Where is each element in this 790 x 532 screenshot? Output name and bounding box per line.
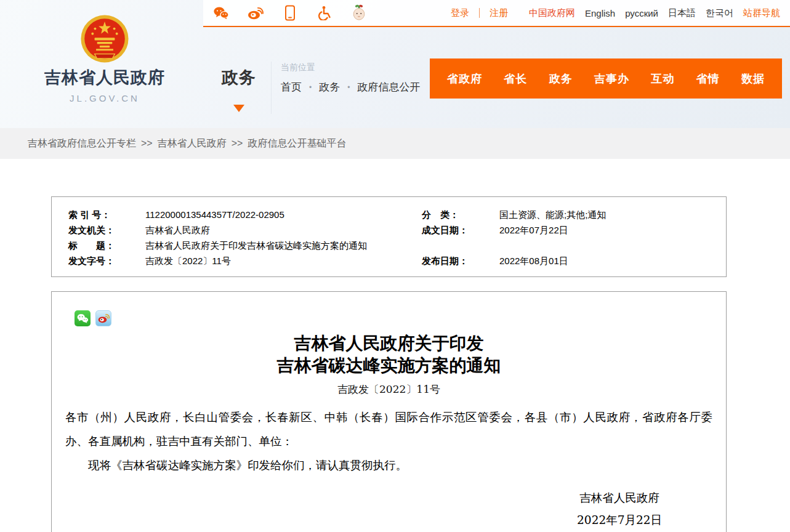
location-breadcrumb: 首页 • 政务 • 政府信息公开	[281, 80, 420, 94]
utility-links: 登录 注册 中国政府网 English русский 日本語 한국어 站群导航	[451, 7, 780, 19]
signature-agency: 吉林省人民政府	[577, 487, 662, 509]
accessibility-icon[interactable]	[316, 5, 333, 21]
nav-interaction[interactable]: 互动	[651, 71, 674, 86]
meta-value-category: 国土资源、能源;其他;通知	[499, 208, 726, 222]
wechat-icon[interactable]	[213, 5, 229, 21]
graybar-separator: >>	[232, 138, 243, 149]
signature-date: 2022年7月22日	[577, 509, 662, 531]
share-weibo-icon[interactable]	[95, 310, 111, 326]
graybar-crumb-3[interactable]: 政府信息公开基础平台	[248, 137, 346, 150]
lang-japanese-link[interactable]: 日本語	[668, 7, 696, 19]
signature-block: 吉林省人民政府 2022年7月22日	[59, 487, 719, 531]
share-buttons	[59, 310, 719, 326]
location-block: 当前位置 首页 • 政务 • 政府信息公开	[281, 62, 420, 94]
nav-governor[interactable]: 省长	[504, 71, 527, 86]
meta-value-publish-date: 2022年08月01日	[499, 254, 726, 268]
breadcrumb-info-disclosure[interactable]: 政府信息公开	[357, 80, 420, 94]
meta-value-issuing-agency: 吉林省人民政府	[145, 223, 422, 238]
document-title-line2: 吉林省碳达峰实施方案的通知	[59, 355, 719, 377]
location-label: 当前位置	[281, 62, 420, 73]
document-title-line1: 吉林省人民政府关于印发	[59, 332, 719, 355]
platform-breadcrumb-bar: 吉林省政府信息公开专栏 >> 吉林省人民政府 >> 政府信息公开基础平台	[0, 128, 790, 159]
meta-label-category: 分 类：	[422, 208, 499, 222]
site-title: 吉林省人民政府	[43, 66, 166, 89]
mascot-icon[interactable]	[351, 5, 367, 21]
meta-label-written-date: 成文日期：	[422, 223, 499, 238]
nav-provincial-government[interactable]: 省政府	[447, 71, 482, 86]
meta-label-doc-number: 发文字号：	[68, 254, 145, 268]
national-emblem-icon	[79, 14, 130, 64]
lang-english-link[interactable]: English	[585, 8, 615, 18]
site-domain: JL.GOV.CN	[43, 93, 166, 103]
meta-value-index: 1122000013544357T/2022-02905	[145, 208, 422, 222]
breadcrumb-home[interactable]: 首页	[281, 80, 302, 94]
login-link[interactable]: 登录	[451, 7, 469, 19]
weibo-icon[interactable]	[248, 5, 264, 21]
current-section: 政务	[220, 66, 257, 112]
meta-label-issuing-agency: 发文机关：	[68, 223, 145, 238]
meta-value-doc-number: 吉政发〔2022〕11号	[145, 254, 422, 268]
graybar-crumb-1[interactable]: 吉林省政府信息公开专栏	[28, 137, 136, 150]
main-content: 索 引 号： 1122000013544357T/2022-02905 分 类：…	[0, 159, 790, 532]
lang-russian-link[interactable]: русский	[625, 8, 658, 18]
document-metadata-box: 索 引 号： 1122000013544357T/2022-02905 分 类：…	[51, 196, 727, 277]
document-body: 各市（州）人民政府，长白山管委会，长春新区、中韩（长春）国际合作示范区管委会，各…	[59, 405, 719, 477]
meta-label-index: 索 引 号：	[68, 208, 145, 222]
nav-jishiban[interactable]: 吉事办	[594, 71, 629, 86]
social-icon-group	[213, 5, 367, 21]
breadcrumb-separator: •	[347, 83, 350, 92]
section-divider	[271, 62, 272, 114]
meta-value-title: 吉林省人民政府关于印发吉林省碳达峰实施方案的通知	[145, 238, 726, 253]
caret-down-icon	[233, 105, 244, 112]
site-navigation-link[interactable]: 站群导航	[743, 7, 780, 19]
breadcrumb-zhengwu[interactable]: 政务	[319, 80, 340, 94]
mobile-icon[interactable]	[282, 5, 298, 21]
share-wechat-icon[interactable]	[75, 310, 91, 326]
graybar-crumb-2[interactable]: 吉林省人民政府	[158, 137, 227, 150]
graybar-separator: >>	[141, 138, 153, 149]
nav-zhengwu[interactable]: 政务	[549, 71, 573, 86]
main-navigation: 省政府 省长 政务 吉事办 互动 省情 数据	[430, 58, 782, 99]
lang-korean-link[interactable]: 한국어	[706, 7, 733, 19]
meta-value-written-date: 2022年07月22日	[499, 223, 726, 238]
section-title: 政务	[220, 66, 257, 89]
nav-data[interactable]: 数据	[741, 71, 765, 86]
document-body-box: 吉林省人民政府关于印发 吉林省碳达峰实施方案的通知 吉政发〔2022〕11号 各…	[51, 291, 727, 532]
metadata-grid: 索 引 号： 1122000013544357T/2022-02905 分 类：…	[52, 208, 726, 268]
meta-label-title: 标 题：	[68, 238, 145, 253]
site-logo[interactable]: 吉林省人民政府 JL.GOV.CN	[43, 14, 166, 103]
nav-province-profile[interactable]: 省情	[696, 71, 720, 86]
document-paragraph-salutation: 各市（州）人民政府，长白山管委会，长春新区、中韩（长春）国际合作示范区管委会，各…	[65, 405, 712, 453]
document-number: 吉政发〔2022〕11号	[59, 382, 719, 397]
top-utility-bar: 登录 注册 中国政府网 English русский 日本語 한국어 站群导航	[203, 0, 790, 27]
login-register-divider	[479, 8, 480, 18]
page-header: 登录 注册 中国政府网 English русский 日本語 한국어 站群导航	[0, 0, 790, 128]
gov-cn-link[interactable]: 中国政府网	[529, 7, 575, 19]
meta-label-publish-date: 发布日期：	[422, 254, 499, 268]
register-link[interactable]: 注册	[490, 7, 508, 19]
document-paragraph-main: 现将《吉林省碳达峰实施方案》印发给你们，请认真贯彻执行。	[65, 453, 712, 477]
breadcrumb-separator: •	[309, 83, 312, 92]
